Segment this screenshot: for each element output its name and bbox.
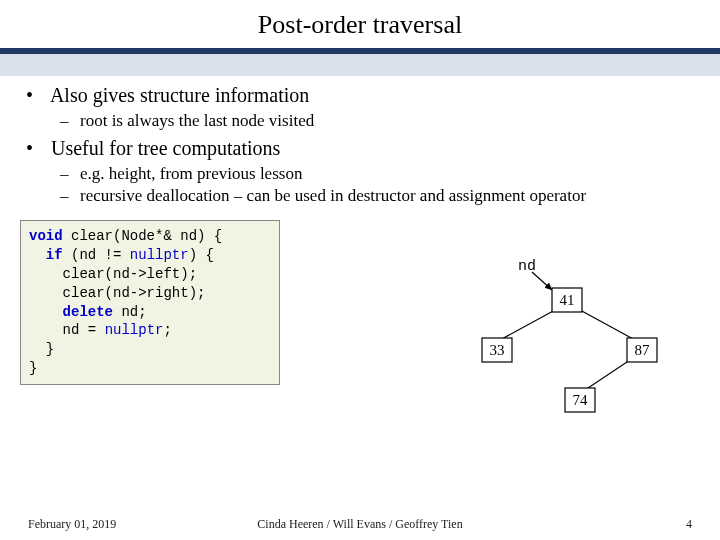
bullet-1-text: Also gives structure information bbox=[50, 84, 309, 106]
slide-title-area: Post-order traversal bbox=[0, 0, 720, 46]
node-right-left: 74 bbox=[565, 388, 595, 412]
kw-if: if bbox=[29, 247, 63, 263]
node-left: 33 bbox=[482, 338, 512, 362]
title-band bbox=[0, 54, 720, 76]
bullet-2-sub-1: e.g. height, from previous lesson bbox=[80, 164, 692, 184]
edge-root-right bbox=[580, 310, 635, 340]
code-snippet: void clear(Node*& nd) { if (nd != nullpt… bbox=[20, 220, 280, 385]
slide-body: Also gives structure information root is… bbox=[0, 76, 720, 206]
svg-text:74: 74 bbox=[573, 392, 589, 408]
edge-root-left bbox=[500, 310, 555, 340]
edge-right-rl bbox=[585, 360, 630, 390]
svg-text:87: 87 bbox=[635, 342, 651, 358]
kw-void: void bbox=[29, 228, 63, 244]
bullet-2-text: Useful for tree computations bbox=[51, 137, 280, 159]
node-right: 87 bbox=[627, 338, 657, 362]
pointer-label: nd bbox=[518, 258, 536, 275]
footer-page-number: 4 bbox=[686, 517, 692, 532]
svg-text:41: 41 bbox=[560, 292, 575, 308]
bullet-2-sub-2: recursive deallocation – can be used in … bbox=[80, 186, 692, 206]
kw-delete: delete bbox=[29, 304, 113, 320]
bullet-1: Also gives structure information root is… bbox=[46, 84, 692, 131]
node-root: 41 bbox=[552, 288, 582, 312]
tree-svg: 41 33 87 74 bbox=[430, 250, 690, 420]
lit-nullptr-2: nullptr bbox=[105, 322, 164, 338]
lit-nullptr-1: nullptr bbox=[130, 247, 189, 263]
bullet-2: Useful for tree computations e.g. height… bbox=[46, 137, 692, 206]
bullet-1-sub-1: root is always the last node visited bbox=[80, 111, 692, 131]
tree-diagram: nd 41 33 87 bbox=[430, 250, 690, 420]
footer-authors: Cinda Heeren / Will Evans / Geoffrey Tie… bbox=[0, 517, 720, 532]
svg-text:33: 33 bbox=[490, 342, 505, 358]
slide-title: Post-order traversal bbox=[0, 10, 720, 40]
